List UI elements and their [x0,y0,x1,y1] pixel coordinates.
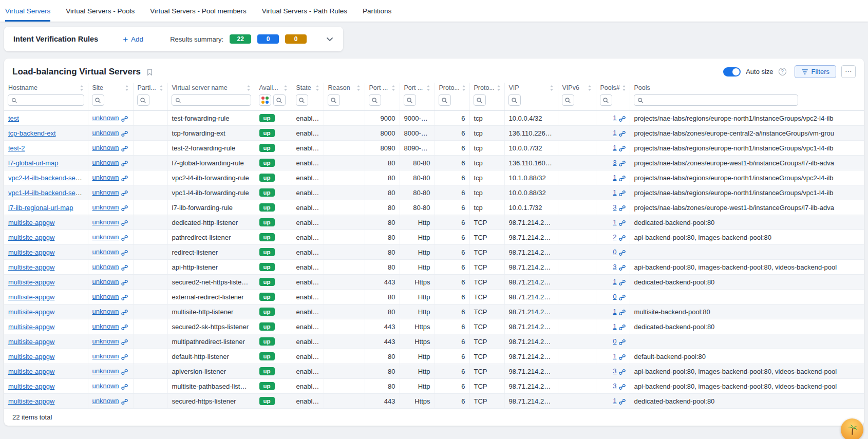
tab-virtual-servers[interactable]: Virtual Servers [5,0,50,22]
link-icon[interactable] [121,264,128,271]
pools-count-link[interactable]: 3 [613,203,616,211]
link-icon[interactable] [619,130,626,137]
availability-color-filter-button[interactable] [259,94,271,106]
site-link[interactable]: unknown [92,293,119,300]
pools-count-link[interactable]: 1 [613,397,616,405]
link-icon[interactable] [619,116,626,122]
link-icon[interactable] [619,354,626,360]
link-icon[interactable] [619,220,626,226]
availability-filter-button[interactable] [273,94,286,106]
link-icon[interactable] [121,324,128,331]
sort-icon[interactable] [550,85,554,91]
link-icon[interactable] [121,130,128,137]
hostname-filter-input[interactable] [20,97,80,104]
sort-icon[interactable] [247,85,251,91]
hostname-link[interactable]: multisite-appgw [8,249,54,256]
sort-icon[interactable] [462,85,466,91]
site-link[interactable]: unknown [92,144,119,151]
site-link[interactable]: unknown [92,114,119,122]
pools-count-link[interactable]: 1 [613,308,616,315]
sort-icon[interactable] [284,85,288,91]
port-range-filter-button[interactable] [404,94,416,106]
summary-warning-badge[interactable]: 0 [285,34,307,44]
site-link[interactable]: unknown [92,382,119,390]
col-header-virtual-server-name[interactable]: Virtual server name [167,83,255,93]
port-filter-button[interactable] [369,94,381,106]
col-header-vipv6[interactable]: VIPv6 [558,83,596,93]
sort-icon[interactable] [391,85,395,91]
link-icon[interactable] [619,190,626,197]
sort-icon[interactable] [588,85,592,91]
link-icon[interactable] [619,145,626,152]
hostname-link[interactable]: multisite-appgw [8,234,54,241]
tab-virtual-servers-pool-members[interactable]: Virtual Servers - Pool members [150,0,246,22]
add-rule-button[interactable]: + Add [120,34,146,44]
link-icon[interactable] [121,235,128,241]
col-header-reason[interactable]: Reason [324,83,365,93]
col-header-hostname[interactable]: Hostname [4,83,88,93]
link-icon[interactable] [619,294,626,301]
pools-count-link[interactable]: 1 [613,174,616,181]
chevron-down-icon[interactable] [326,35,334,43]
link-icon[interactable] [121,116,128,122]
partition-filter-button[interactable] [137,94,149,106]
hostname-link[interactable]: vpc1-l4-ilb-backend-service [8,189,88,197]
virtual-server-name-filter-input[interactable] [183,97,248,104]
protocol-filter-button[interactable] [474,94,486,106]
pools-count-link[interactable]: 3 [613,159,616,166]
site-link[interactable]: unknown [92,174,119,181]
sort-icon[interactable] [125,85,129,91]
link-icon[interactable] [619,264,626,271]
pools-count-link[interactable]: 1 [613,129,616,137]
link-icon[interactable] [121,339,128,346]
sort-icon[interactable] [426,85,430,91]
col-header-protocol-number[interactable]: Proto... [435,83,469,93]
auto-size-toggle[interactable] [723,67,741,77]
sort-icon[interactable] [356,85,361,91]
site-link[interactable]: unknown [92,397,119,405]
hostname-link[interactable]: vpc2-l4-ilb-backend-service [8,174,88,182]
pools-count-link[interactable]: 1 [613,322,616,330]
pools-count-link[interactable]: 2 [613,233,616,241]
pools-count-link[interactable]: 1 [613,114,616,122]
pools-count-link[interactable]: 3 [613,367,616,375]
help-icon[interactable]: ? [779,68,786,75]
link-icon[interactable] [121,354,128,360]
col-header-partition[interactable]: Parti... [133,83,167,93]
link-icon[interactable] [619,250,626,256]
hostname-link[interactable]: l7-ilb-regional-url-map [8,204,73,212]
site-link[interactable]: unknown [92,322,119,330]
sort-icon[interactable] [80,85,84,91]
link-icon[interactable] [619,339,626,346]
link-icon[interactable] [121,205,128,212]
link-icon[interactable] [121,190,128,197]
link-icon[interactable] [619,279,626,286]
site-link[interactable]: unknown [92,248,119,256]
hostname-link[interactable]: multisite-appgw [8,278,54,286]
hostname-link[interactable]: test-2 [8,144,25,152]
bookmark-icon[interactable] [146,67,154,77]
pools-count-link[interactable]: 0 [613,248,616,256]
site-link[interactable]: unknown [92,337,119,345]
col-header-state[interactable]: State [292,83,324,93]
link-icon[interactable] [121,145,128,152]
col-header-pools-count[interactable]: Pools# [596,83,630,93]
link-icon[interactable] [121,369,128,375]
site-link[interactable]: unknown [92,159,119,166]
hostname-link[interactable]: multisite-appgw [8,383,54,390]
site-filter-button[interactable] [92,94,104,106]
hostname-link[interactable]: multisite-appgw [8,308,54,316]
pools-count-link[interactable]: 1 [613,278,616,285]
link-icon[interactable] [121,279,128,286]
hostname-link[interactable]: l7-global-url-map [8,159,59,167]
pools-filter-input[interactable] [646,97,795,104]
col-header-protocol[interactable]: Proto... [469,83,504,93]
col-header-port[interactable]: Port ... [365,83,400,93]
pools-count-link[interactable]: 3 [613,382,616,390]
link-icon[interactable] [619,398,626,405]
hostname-link[interactable]: multisite-appgw [8,397,54,405]
site-link[interactable]: unknown [92,367,119,375]
site-link[interactable]: unknown [92,308,119,315]
link-icon[interactable] [121,309,128,316]
sort-icon[interactable] [622,85,626,91]
